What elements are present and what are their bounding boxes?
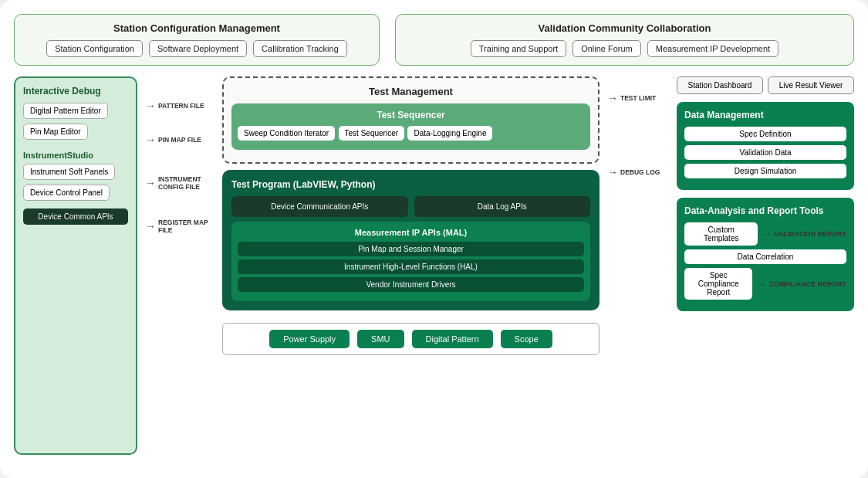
design-simulation-btn[interactable]: Design Simulation [684, 164, 846, 178]
power-supply-btn[interactable]: Power Supply [269, 330, 350, 348]
top-row: Station Configuration Management Station… [14, 14, 854, 66]
pin-map-file-label: PIN MAP FILE [158, 136, 201, 144]
device-control-panel-btn[interactable]: Device Control Panel [23, 185, 110, 201]
instrument-studio-label: InstrumentStudio [23, 151, 128, 160]
online-forum-btn[interactable]: Online Forum [572, 40, 641, 57]
pin-map-session-btn[interactable]: Pin Map and Session Manager [238, 242, 584, 256]
station-config-title: Station Configuration Management [25, 22, 368, 34]
test-sequencer-btn[interactable]: Test Sequencer [339, 126, 405, 141]
station-config-btn[interactable]: Station Configuration [46, 40, 143, 57]
test-program-panel: Test Program (LabVIEW, Python) Device Co… [222, 170, 599, 310]
validation-data-btn[interactable]: Validation Data [684, 145, 846, 160]
data-correlation-btn[interactable]: Data Correlation [684, 249, 846, 264]
flow-labels: → TEST LIMIT → DEBUG LOG [607, 76, 669, 455]
data-correlation-row: Data Correlation [684, 249, 846, 264]
interactive-debug-panel: Interactive Debug Digital Pattern Editor… [14, 76, 137, 455]
validation-buttons: Training and Support Online Forum Measur… [407, 40, 843, 57]
spec-compliance-row: Spec Compliance Report → COMPLIANCE REPO… [684, 268, 846, 300]
station-dash-row: Station Dashboard Live Result Viewer [677, 76, 854, 94]
test-sequencer-title: Test Sequencer [238, 110, 584, 120]
test-sequencer-box: Test Sequencer Sweep Condition Iterator … [231, 103, 590, 150]
station-config-buttons: Station Configuration Software Deploymen… [25, 40, 368, 57]
interactive-debug-title: Interactive Debug [23, 86, 128, 97]
mal-title: Measurement IP APIs (MAL) [238, 228, 584, 237]
data-management-title: Data Management [684, 110, 846, 120]
device-common-apis-btn[interactable]: Device Common APIs [23, 208, 128, 225]
main-container: Station Configuration Management Station… [0, 0, 868, 478]
right-panel: Station Dashboard Live Result Viewer Dat… [677, 76, 854, 455]
device-comm-apis-btn[interactable]: Device Communication APIs [231, 196, 408, 217]
training-support-btn[interactable]: Training and Support [471, 40, 566, 57]
test-program-title: Test Program (LabVIEW, Python) [231, 179, 590, 190]
calibration-tracking-btn[interactable]: Callibration Tracking [253, 40, 347, 57]
instrument-hal-btn[interactable]: Instrument High-Level Functions (HAL) [238, 259, 584, 274]
validation-title: Validation Community Collaboration [407, 22, 843, 34]
software-deployment-btn[interactable]: Software Deployment [149, 40, 247, 57]
test-management-panel: Test Management Test Sequencer Sweep Con… [222, 76, 599, 164]
data-log-apis-btn[interactable]: Data Log APIs [414, 196, 591, 217]
validation-report-label: VALIDATION REPORT [774, 230, 846, 238]
test-management-title: Test Management [231, 86, 590, 97]
spec-definition-btn[interactable]: Spec Definition [684, 127, 846, 141]
register-map-label: REGISTER MAP FILE [158, 219, 214, 234]
mal-panel: Measurement IP APIs (MAL) Pin Map and Se… [231, 222, 590, 301]
scope-btn[interactable]: Scope [501, 330, 552, 348]
tp-apis-row: Device Communication APIs Data Log APIs [231, 196, 590, 217]
digital-pattern-editor-btn[interactable]: Digital Pattern Editor [23, 103, 108, 119]
custom-templates-btn[interactable]: Custom Templates [684, 222, 758, 246]
spec-compliance-btn[interactable]: Spec Compliance Report [684, 268, 752, 300]
validation-community: Validation Community Collaboration Train… [395, 14, 854, 66]
test-limit-label: TEST LIMIT [620, 94, 656, 102]
data-logging-engine-btn[interactable]: Data-Logging Engine [407, 126, 492, 141]
vendor-drivers-btn[interactable]: Vendor Instrument Drivers [238, 277, 584, 292]
pattern-file-label: PATTERN FILE [158, 102, 204, 110]
compliance-report-label: COMPLIANCE REPORT [768, 280, 846, 288]
station-dashboard-btn[interactable]: Station Dashboard [677, 76, 763, 94]
live-result-viewer-btn[interactable]: Live Result Viewer [768, 76, 854, 94]
custom-templates-row: Custom Templates → VALIDATION REPORT [684, 222, 846, 246]
instruments-row: Power Supply SMU Digital Pattern Scope [222, 323, 599, 355]
pin-map-editor-btn[interactable]: Pin Map Editor [23, 124, 88, 140]
data-management-panel: Data Management Spec Definition Validati… [677, 102, 854, 190]
measurement-ip-btn[interactable]: Measurement IP Development [647, 40, 778, 57]
file-labels-column: → PATTERN FILE → PIN MAP FILE → INSTRUME… [145, 76, 214, 455]
data-analysis-panel: Data-Analysis and Report Tools Custom Te… [677, 198, 854, 311]
smu-btn[interactable]: SMU [357, 330, 404, 348]
digital-pattern-btn[interactable]: Digital Pattern [412, 330, 493, 348]
debug-log-label: DEBUG LOG [620, 168, 660, 176]
sweep-condition-btn[interactable]: Sweep Condition Iterator [238, 126, 335, 141]
instrument-soft-panels-btn[interactable]: Instrument Soft Panels [23, 164, 115, 180]
station-config-management: Station Configuration Management Station… [14, 14, 380, 66]
data-analysis-title: Data-Analysis and Report Tools [684, 205, 846, 216]
instrument-config-label: INSTRUMENT CONFIG FILE [158, 175, 214, 191]
